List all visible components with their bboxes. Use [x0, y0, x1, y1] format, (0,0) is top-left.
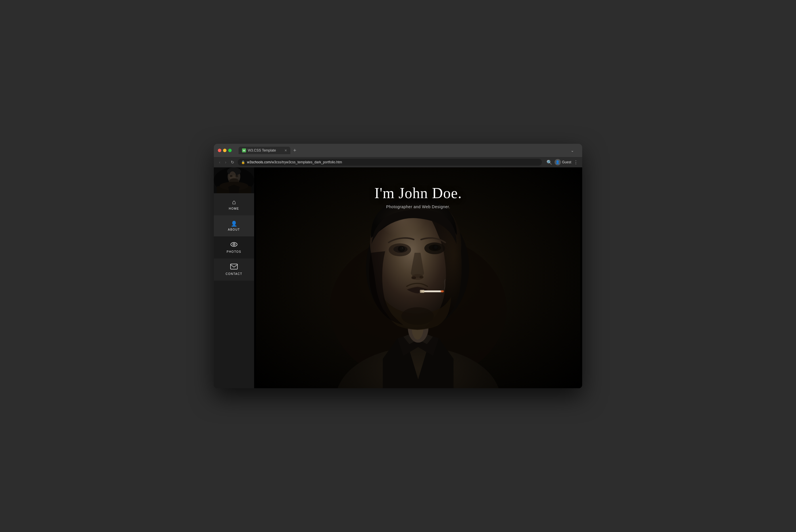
browser-menu-button[interactable]: ⋮ — [574, 159, 578, 165]
user-label: Guest — [562, 160, 571, 164]
svg-rect-35 — [420, 290, 424, 293]
user-account-button[interactable]: 👤 Guest — [555, 159, 571, 165]
svg-point-37 — [442, 291, 443, 292]
home-icon: ⌂ — [232, 198, 236, 206]
svg-point-5 — [230, 175, 233, 177]
svg-point-33 — [402, 307, 434, 325]
contact-label: CONTACT — [226, 272, 242, 276]
website-content: ⌂ HOME 👤 ABOUT PHOTOS — [214, 167, 582, 388]
sidebar-item-home[interactable]: ⌂ HOME — [214, 193, 254, 215]
traffic-lights — [218, 149, 232, 152]
back-button[interactable]: ‹ — [218, 159, 222, 165]
about-icon: 👤 — [231, 221, 237, 227]
svg-point-26 — [402, 248, 403, 249]
sidebar: ⌂ HOME 👤 ABOUT PHOTOS — [214, 167, 254, 388]
svg-point-29 — [434, 245, 438, 249]
tab-favicon: W — [242, 148, 246, 152]
sidebar-item-photos[interactable]: PHOTOS — [214, 236, 254, 259]
new-tab-button[interactable]: + — [292, 147, 298, 154]
hero-text-overlay: I'm John Doe. Photographer and Web Desig… — [254, 185, 582, 209]
sidebar-avatar — [214, 167, 254, 193]
maximize-button[interactable] — [228, 149, 232, 152]
svg-point-6 — [235, 175, 238, 177]
tab-bar: W W3.CSS Template × + ⌄ — [235, 147, 578, 154]
refresh-button[interactable]: ↻ — [230, 159, 235, 165]
address-text: w3schools.com/w3css/tryw3css_templates_d… — [247, 160, 342, 164]
tab-title: W3.CSS Template — [248, 148, 283, 152]
svg-rect-13 — [230, 264, 237, 269]
home-label: HOME — [229, 207, 239, 210]
svg-point-25 — [400, 246, 404, 250]
forward-button[interactable]: › — [224, 159, 228, 165]
hero-portrait-background: I'm John Doe. Photographer and Web Desig… — [254, 167, 582, 388]
about-label: ABOUT — [228, 228, 240, 231]
tab-overflow-button[interactable]: ⌄ — [571, 148, 574, 153]
tab-close-button[interactable]: × — [284, 148, 287, 152]
address-bar-row: ‹ › ↻ 🔒 w3schools.com/w3css/tryw3css_tem… — [214, 157, 582, 167]
search-button[interactable]: 🔍 — [547, 159, 552, 165]
user-avatar: 👤 — [555, 159, 561, 165]
user-avatar-icon: 👤 — [555, 160, 560, 164]
address-domain: w3schools.com — [247, 160, 271, 164]
hero-name: I'm John Doe. — [254, 185, 582, 202]
contact-icon — [230, 264, 238, 271]
browser-chrome: W W3.CSS Template × + ⌄ ‹ › ↻ 🔒 w3school… — [214, 144, 582, 167]
main-content: I'm John Doe. Photographer and Web Desig… — [254, 167, 582, 388]
active-tab[interactable]: W W3.CSS Template × — [239, 147, 290, 154]
svg-point-31 — [411, 277, 416, 279]
sidebar-portrait-svg — [214, 167, 254, 193]
lock-icon: 🔒 — [241, 160, 245, 164]
photos-label: PHOTOS — [226, 250, 241, 253]
hero-subtitle: Photographer and Web Designer. — [254, 205, 582, 209]
browser-window: W W3.CSS Template × + ⌄ ‹ › ↻ 🔒 w3school… — [214, 144, 582, 388]
minimize-button[interactable] — [223, 149, 226, 152]
address-path: /w3css/tryw3css_templates_dark_portfolio… — [271, 160, 342, 164]
photos-icon — [230, 242, 237, 249]
svg-point-12 — [234, 244, 235, 245]
browser-actions: 🔍 👤 Guest ⋮ — [547, 159, 578, 165]
address-bar[interactable]: 🔒 w3schools.com/w3css/tryw3css_templates… — [238, 159, 542, 166]
close-button[interactable] — [218, 149, 221, 152]
svg-point-32 — [419, 276, 423, 278]
sidebar-item-about[interactable]: 👤 ABOUT — [214, 215, 254, 236]
sidebar-item-contact[interactable]: CONTACT — [214, 259, 254, 281]
title-bar: W W3.CSS Template × + ⌄ — [214, 144, 582, 157]
